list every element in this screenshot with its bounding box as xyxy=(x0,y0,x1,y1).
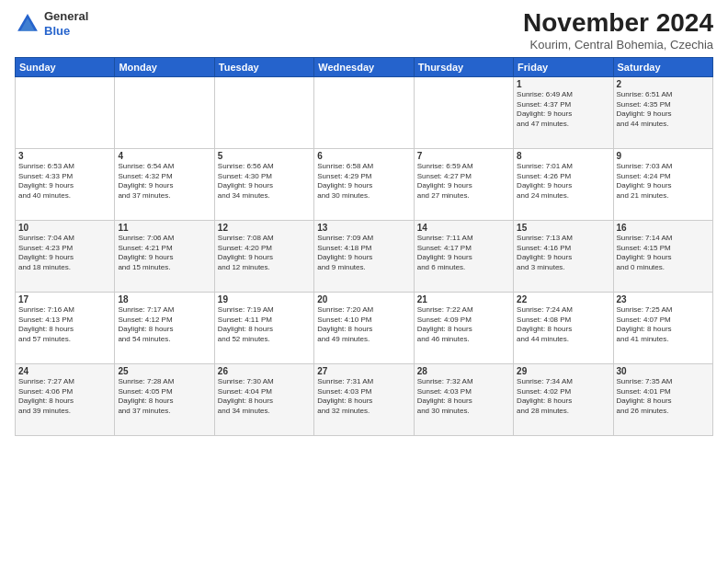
cell-w1d0: 3Sunrise: 6:53 AM Sunset: 4:33 PM Daylig… xyxy=(16,148,115,220)
cell-w1d1: 4Sunrise: 6:54 AM Sunset: 4:32 PM Daylig… xyxy=(115,148,214,220)
day-number: 22 xyxy=(517,294,609,304)
day-info: Sunrise: 7:11 AM Sunset: 4:17 PM Dayligh… xyxy=(417,234,510,273)
day-info: Sunrise: 6:53 AM Sunset: 4:33 PM Dayligh… xyxy=(18,162,111,201)
cell-w1d2: 5Sunrise: 6:56 AM Sunset: 4:30 PM Daylig… xyxy=(214,148,313,220)
cell-w4d4: 28Sunrise: 7:32 AM Sunset: 4:03 PM Dayli… xyxy=(414,363,513,435)
day-info: Sunrise: 7:16 AM Sunset: 4:13 PM Dayligh… xyxy=(18,305,111,345)
day-number: 15 xyxy=(517,223,609,233)
logo: General Blue xyxy=(15,9,88,38)
cell-w3d4: 21Sunrise: 7:22 AM Sunset: 4:09 PM Dayli… xyxy=(414,292,513,363)
day-info: Sunrise: 7:35 AM Sunset: 4:01 PM Dayligh… xyxy=(617,377,710,417)
day-number: 10 xyxy=(18,223,111,233)
day-info: Sunrise: 7:19 AM Sunset: 4:11 PM Dayligh… xyxy=(218,305,311,345)
day-number: 4 xyxy=(118,151,210,161)
month-title: November 2024 xyxy=(523,9,713,38)
day-number: 17 xyxy=(18,294,111,304)
day-number: 26 xyxy=(218,366,311,376)
cell-w3d6: 23Sunrise: 7:25 AM Sunset: 4:07 PM Dayli… xyxy=(613,292,712,363)
day-info: Sunrise: 7:14 AM Sunset: 4:15 PM Dayligh… xyxy=(617,234,710,273)
cell-w0d6: 2Sunrise: 6:51 AM Sunset: 4:35 PM Daylig… xyxy=(613,76,712,148)
header-friday: Friday xyxy=(514,57,613,76)
cell-w3d1: 18Sunrise: 7:17 AM Sunset: 4:12 PM Dayli… xyxy=(115,292,214,363)
day-info: Sunrise: 7:32 AM Sunset: 4:03 PM Dayligh… xyxy=(417,377,510,417)
day-number: 20 xyxy=(317,294,410,304)
day-info: Sunrise: 7:27 AM Sunset: 4:06 PM Dayligh… xyxy=(18,377,111,417)
day-number: 6 xyxy=(317,151,410,161)
cell-w2d2: 12Sunrise: 7:08 AM Sunset: 4:20 PM Dayli… xyxy=(214,220,313,292)
day-info: Sunrise: 7:31 AM Sunset: 4:03 PM Dayligh… xyxy=(317,377,410,417)
day-info: Sunrise: 7:17 AM Sunset: 4:12 PM Dayligh… xyxy=(118,305,210,345)
header: General Blue November 2024 Kourim, Centr… xyxy=(15,9,713,52)
location: Kourim, Central Bohemia, Czechia xyxy=(523,38,713,52)
day-info: Sunrise: 7:03 AM Sunset: 4:24 PM Dayligh… xyxy=(617,162,710,201)
day-info: Sunrise: 7:25 AM Sunset: 4:07 PM Dayligh… xyxy=(617,305,710,345)
cell-w4d6: 30Sunrise: 7:35 AM Sunset: 4:01 PM Dayli… xyxy=(613,363,712,435)
day-number: 30 xyxy=(617,366,710,376)
day-info: Sunrise: 7:01 AM Sunset: 4:26 PM Dayligh… xyxy=(517,162,609,201)
day-info: Sunrise: 7:06 AM Sunset: 4:21 PM Dayligh… xyxy=(118,234,210,273)
week-row-2: 3Sunrise: 6:53 AM Sunset: 4:33 PM Daylig… xyxy=(16,148,713,220)
day-info: Sunrise: 7:24 AM Sunset: 4:08 PM Dayligh… xyxy=(517,305,609,345)
cell-w2d3: 13Sunrise: 7:09 AM Sunset: 4:18 PM Dayli… xyxy=(314,220,414,292)
cell-w0d0 xyxy=(16,76,115,148)
cell-w1d4: 7Sunrise: 6:59 AM Sunset: 4:27 PM Daylig… xyxy=(414,148,513,220)
day-info: Sunrise: 6:59 AM Sunset: 4:27 PM Dayligh… xyxy=(417,162,510,201)
day-number: 1 xyxy=(517,79,609,89)
logo-blue: Blue xyxy=(44,24,70,38)
day-number: 16 xyxy=(617,223,710,233)
day-info: Sunrise: 6:58 AM Sunset: 4:29 PM Dayligh… xyxy=(317,162,410,201)
day-info: Sunrise: 7:30 AM Sunset: 4:04 PM Dayligh… xyxy=(218,377,311,417)
day-number: 14 xyxy=(417,223,510,233)
cell-w4d0: 24Sunrise: 7:27 AM Sunset: 4:06 PM Dayli… xyxy=(16,363,115,435)
cell-w2d1: 11Sunrise: 7:06 AM Sunset: 4:21 PM Dayli… xyxy=(115,220,214,292)
cell-w0d5: 1Sunrise: 6:49 AM Sunset: 4:37 PM Daylig… xyxy=(514,76,613,148)
day-info: Sunrise: 7:08 AM Sunset: 4:20 PM Dayligh… xyxy=(218,234,311,273)
day-number: 8 xyxy=(517,151,609,161)
day-info: Sunrise: 7:13 AM Sunset: 4:16 PM Dayligh… xyxy=(517,234,609,273)
day-number: 3 xyxy=(18,151,111,161)
cell-w3d2: 19Sunrise: 7:19 AM Sunset: 4:11 PM Dayli… xyxy=(214,292,313,363)
day-info: Sunrise: 6:56 AM Sunset: 4:30 PM Dayligh… xyxy=(218,162,311,201)
header-thursday: Thursday xyxy=(414,57,513,76)
day-number: 18 xyxy=(118,294,210,304)
cell-w4d5: 29Sunrise: 7:34 AM Sunset: 4:02 PM Dayli… xyxy=(514,363,613,435)
day-info: Sunrise: 7:28 AM Sunset: 4:05 PM Dayligh… xyxy=(118,377,210,417)
day-info: Sunrise: 7:34 AM Sunset: 4:02 PM Dayligh… xyxy=(517,377,609,417)
cell-w2d6: 16Sunrise: 7:14 AM Sunset: 4:15 PM Dayli… xyxy=(613,220,712,292)
cell-w0d2 xyxy=(214,76,313,148)
cell-w1d5: 8Sunrise: 7:01 AM Sunset: 4:26 PM Daylig… xyxy=(514,148,613,220)
cell-w4d2: 26Sunrise: 7:30 AM Sunset: 4:04 PM Dayli… xyxy=(214,363,313,435)
header-sunday: Sunday xyxy=(16,57,115,76)
cell-w2d4: 14Sunrise: 7:11 AM Sunset: 4:17 PM Dayli… xyxy=(414,220,513,292)
header-monday: Monday xyxy=(115,57,214,76)
day-number: 27 xyxy=(317,366,410,376)
cell-w3d0: 17Sunrise: 7:16 AM Sunset: 4:13 PM Dayli… xyxy=(16,292,115,363)
header-saturday: Saturday xyxy=(613,57,712,76)
cell-w1d6: 9Sunrise: 7:03 AM Sunset: 4:24 PM Daylig… xyxy=(613,148,712,220)
day-info: Sunrise: 6:54 AM Sunset: 4:32 PM Dayligh… xyxy=(118,162,210,201)
week-row-4: 17Sunrise: 7:16 AM Sunset: 4:13 PM Dayli… xyxy=(16,292,713,363)
day-number: 9 xyxy=(617,151,710,161)
day-number: 2 xyxy=(617,79,710,89)
day-info: Sunrise: 7:04 AM Sunset: 4:23 PM Dayligh… xyxy=(18,234,111,273)
header-row: Sunday Monday Tuesday Wednesday Thursday… xyxy=(16,57,713,76)
day-number: 23 xyxy=(617,294,710,304)
day-number: 12 xyxy=(218,223,311,233)
day-info: Sunrise: 7:20 AM Sunset: 4:10 PM Dayligh… xyxy=(317,305,410,345)
calendar-table: Sunday Monday Tuesday Wednesday Thursday… xyxy=(15,57,713,436)
day-number: 28 xyxy=(417,366,510,376)
header-tuesday: Tuesday xyxy=(214,57,313,76)
cell-w4d3: 27Sunrise: 7:31 AM Sunset: 4:03 PM Dayli… xyxy=(314,363,414,435)
cell-w2d0: 10Sunrise: 7:04 AM Sunset: 4:23 PM Dayli… xyxy=(16,220,115,292)
day-number: 29 xyxy=(517,366,609,376)
cell-w2d5: 15Sunrise: 7:13 AM Sunset: 4:16 PM Dayli… xyxy=(514,220,613,292)
cell-w1d3: 6Sunrise: 6:58 AM Sunset: 4:29 PM Daylig… xyxy=(314,148,414,220)
day-info: Sunrise: 7:09 AM Sunset: 4:18 PM Dayligh… xyxy=(317,234,410,273)
cell-w3d3: 20Sunrise: 7:20 AM Sunset: 4:10 PM Dayli… xyxy=(314,292,414,363)
day-number: 21 xyxy=(417,294,510,304)
header-wednesday: Wednesday xyxy=(314,57,414,76)
week-row-3: 10Sunrise: 7:04 AM Sunset: 4:23 PM Dayli… xyxy=(16,220,713,292)
cell-w0d1 xyxy=(115,76,214,148)
day-number: 13 xyxy=(317,223,410,233)
logo-general: General xyxy=(44,9,88,23)
